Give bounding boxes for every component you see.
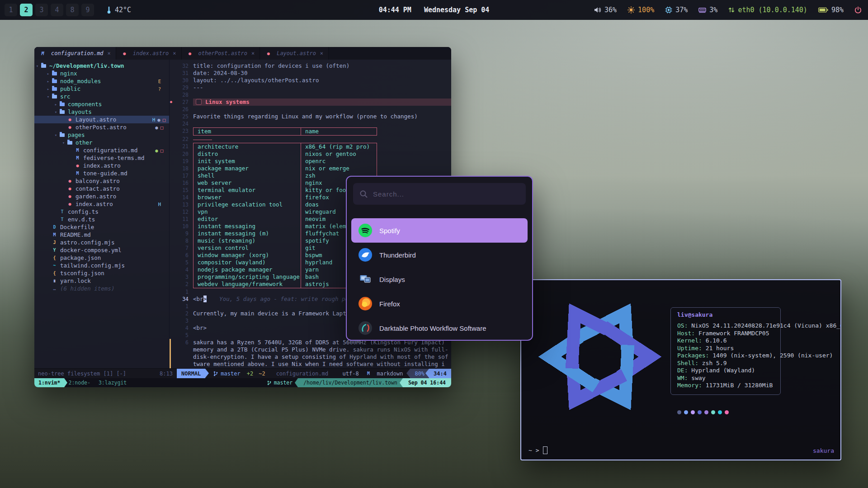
line-number: 4 (174, 324, 193, 332)
tree-item[interactable]: ▾ pages (34, 131, 169, 139)
tree-item[interactable]: ▾ other (34, 139, 169, 146)
gutter-sign (170, 324, 174, 332)
workspace-button[interactable]: 1 (5, 4, 17, 16)
gutter-sign (170, 223, 174, 230)
file-icon (51, 278, 58, 284)
launcher-item-spotify[interactable]: Spotify (351, 218, 528, 243)
tmux-window[interactable]: 1:nvim* (34, 378, 64, 387)
file-icon (39, 51, 46, 56)
workspace-button[interactable]: 8 (66, 4, 79, 16)
fetch-info-line: Uptime: 21 hours (677, 345, 841, 352)
tmux-window[interactable]: 2:node- (64, 378, 94, 387)
fetch-info-line: Shell: zsh 5.9 (677, 360, 841, 367)
workspace-button[interactable]: 4 (51, 4, 63, 16)
table-cell-name: openrc (301, 158, 377, 165)
buffer-tab[interactable]: Layout.astro × (260, 47, 329, 60)
workspace-button[interactable]: 3 (35, 4, 48, 16)
tree-item[interactable]: (6 hidden items) (34, 285, 169, 292)
tree-item[interactable]: env.d.ts (34, 216, 169, 223)
palette-dot (691, 410, 695, 414)
chevron-icon: ▸ (45, 87, 51, 91)
file-encoding: utf-8 (342, 371, 359, 377)
buffer-tab[interactable]: index.astro × (116, 47, 182, 60)
tree-root[interactable]: ▾ ~/Development/liv.town (34, 62, 169, 70)
tree-item-label: garden.astro (75, 193, 116, 200)
tree-item[interactable]: ▾ src (34, 93, 169, 100)
launcher-search[interactable] (353, 183, 526, 205)
table-cell-item: init system (193, 158, 301, 165)
close-icon[interactable]: × (320, 50, 323, 56)
tree-item-badges: E (158, 79, 165, 84)
launcher-item-darktable[interactable]: Darktable Photo Workflow Software (351, 316, 528, 340)
table-cell-name: nixos or gentoo (301, 150, 377, 158)
tree-item[interactable]: yarn.lock (34, 277, 169, 285)
tree-item[interactable]: garden.astro (34, 192, 169, 200)
tree-item[interactable]: index.astro (34, 162, 169, 169)
diff-changed: ~2 (259, 371, 265, 377)
tree-item[interactable]: astro.config.mjs (34, 239, 169, 246)
fetch-value-text: 6.10.6 (706, 337, 727, 344)
search-icon (359, 190, 368, 198)
tree-item[interactable]: ▸ node_modules E (34, 77, 169, 85)
line-number: 6 (174, 252, 193, 259)
workspace-button[interactable]: 9 (81, 4, 94, 16)
line-text: Linux systems (193, 99, 451, 106)
close-icon[interactable]: × (173, 50, 176, 56)
tree-item[interactable]: contact.astro (34, 185, 169, 192)
tree-item[interactable]: tsconfig.json (34, 269, 169, 277)
launcher-item-thunderbird[interactable]: Thunderbird (351, 243, 528, 267)
gutter-sign (170, 99, 174, 106)
file-icon (51, 270, 58, 276)
gutter-sign (170, 317, 174, 324)
tree-item[interactable]: index.astro H (34, 200, 169, 208)
shell-prompt[interactable]: ~ > (528, 446, 547, 454)
tree-item[interactable]: ▾ layouts (34, 108, 169, 116)
tree-item[interactable]: config.ts (34, 208, 169, 216)
tree-item[interactable]: ▸ components (34, 100, 169, 108)
cpu-value: 37% (675, 6, 688, 14)
tree-item[interactable]: ▸ nginx (34, 70, 169, 77)
gutter-sign (170, 158, 174, 165)
launcher-item-displays[interactable]: Displays (351, 267, 528, 291)
palette-dot (718, 410, 722, 414)
buffer-tab[interactable]: configuration.md × (34, 47, 116, 60)
tree-item[interactable]: tailwind.config.mjs (34, 262, 169, 269)
tree-item[interactable]: README.md (34, 231, 169, 239)
line-number: 11 (174, 216, 193, 223)
table-cell-item: distro (193, 150, 301, 158)
tree-item[interactable]: otherPost.astro ● □ (34, 123, 169, 131)
tree-item[interactable]: docker-compose.yml (34, 246, 169, 254)
brightness-module: 100% (627, 6, 654, 14)
tmux-branch-name: master (274, 380, 293, 386)
tree-item[interactable]: ▸ public ? (34, 85, 169, 93)
badge: ? (158, 86, 161, 92)
tree-item[interactable]: configuration.md ● □ (34, 146, 169, 154)
terminal-window[interactable]: liv@sakura OS: NixOS 24.11.20240828.71e9… (520, 279, 841, 460)
table-cell-item: instant messaging (193, 223, 301, 230)
buffer-tab[interactable]: otherPost.astro × (182, 47, 260, 60)
tree-item-badges: ? (158, 86, 165, 92)
line-text: sakura has a Ryzen 5 7640U, 32GB of DDR5… (193, 339, 451, 368)
tmux-branch-segment: master (262, 380, 298, 386)
gutter-sign (170, 288, 174, 296)
search-input[interactable] (372, 190, 519, 198)
tree-item[interactable]: Dockerfile (34, 223, 169, 231)
close-icon[interactable]: × (251, 50, 255, 56)
fetch-info-line: Memory: 11731MiB / 31280MiB (677, 382, 841, 389)
table-cell-item: programming/scripting language (193, 273, 301, 281)
editor-line: 21 architecture x86_64 (rip m2 pro) (170, 143, 451, 150)
launcher-item-label: Firefox (379, 300, 400, 308)
launcher-item-firefox[interactable]: Firefox (351, 291, 528, 316)
tree-item[interactable]: package.json (34, 254, 169, 262)
fetch-label: Packages: (677, 352, 709, 359)
tree-item[interactable]: fediverse-terms.md (34, 154, 169, 162)
tree-item[interactable]: balcony.astro (34, 177, 169, 185)
tmux-window[interactable]: 3:lazygit (94, 378, 131, 387)
fetch-label: Memory: (677, 382, 702, 389)
tree-item[interactable]: tone-guide.md (34, 169, 169, 177)
tree-item[interactable]: Layout.astro H ● □ (34, 116, 169, 123)
workspace-button[interactable]: 2 (20, 4, 33, 16)
close-icon[interactable]: × (108, 50, 111, 56)
prompt-char: > (536, 447, 539, 454)
power-module[interactable] (854, 6, 862, 14)
